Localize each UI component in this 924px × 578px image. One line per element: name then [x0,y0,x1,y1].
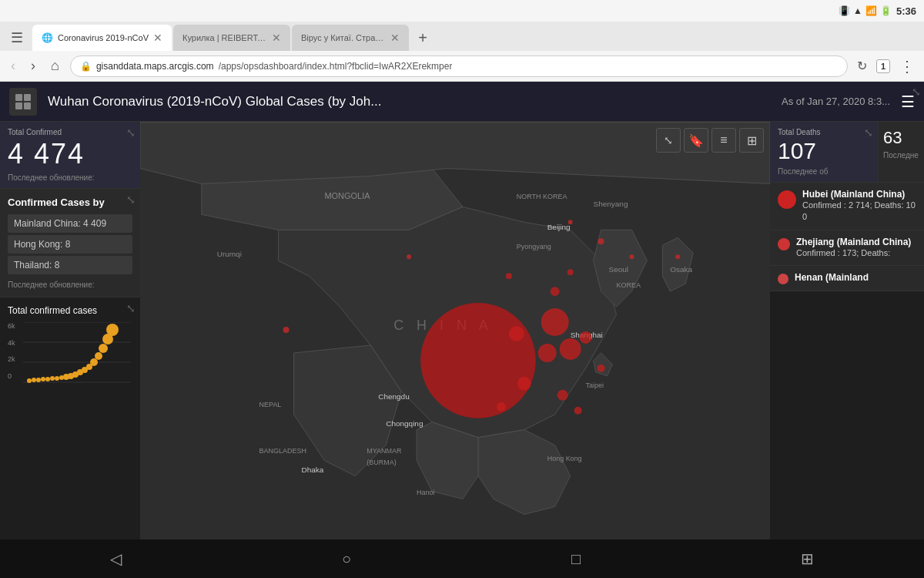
svg-point-11 [41,377,45,381]
total-deaths-sub: Последнее об [778,167,870,176]
y-label-2k: 2k [8,355,15,363]
tab-favicon: 🌐 [42,32,53,43]
svg-point-13 [50,376,55,381]
svg-text:NEPAL: NEPAL [259,401,282,408]
add-tab-button[interactable]: + [410,25,435,51]
svg-text:BANGLADESH: BANGLADESH [259,447,306,455]
deaths-expand-icon[interactable]: ⤡ [864,126,873,139]
svg-text:Osaka: Osaka [670,265,692,274]
main-content: Total Confirmed 4 474 Последнее обновлен… [0,122,924,539]
zhejiang-info: Zhejiang (Mainland China) Confirmed : 17… [796,237,911,259]
deaths-widget2: 63 Последне [878,122,924,182]
signal-icon: 📶 [865,5,877,16]
chart-svg [23,322,131,384]
svg-text:Chengdu: Chengdu [378,392,409,401]
case-row-mainland: Mainland China: 4 409 [8,214,132,233]
status-time: 5:36 [896,5,916,17]
svg-point-61 [567,269,574,275]
location-list: Hubei (Mainland China) Confirmed : 2 714… [770,183,924,539]
svg-point-49 [420,303,536,418]
address-field[interactable]: 🔒 gisanddata.maps.arcgis.com /apps/opsda… [70,55,848,77]
chart-expand-icon[interactable]: ⤡ [126,302,136,314]
svg-point-50 [541,308,569,336]
address-domain: gisanddata.maps.arcgis.com [96,61,214,72]
svg-point-55 [517,377,531,391]
assist-nav-button[interactable]: ⊞ [801,549,814,568]
svg-text:Chongqing: Chongqing [386,419,423,428]
svg-text:Urumqi: Urumqi [217,250,242,258]
app-logo [9,88,37,116]
svg-point-63 [283,327,290,333]
chart-title: Total confirmed cases [8,305,132,316]
list-button[interactable]: ≡ [711,128,736,153]
grid-button[interactable]: ⊞ [739,128,764,153]
status-bar: 📳 ▲ 📶 🔋 5:36 [0,0,924,22]
browser-menu-button[interactable]: ☰ [3,25,31,51]
confirmed-by-expand-icon[interactable]: ⤡ [126,193,136,206]
svg-point-54 [580,331,592,344]
svg-point-65 [598,238,604,244]
confirmed-by-title: Confirmed Cases by [8,197,132,208]
y-label-4k: 4k [8,339,15,347]
tab-inactive-2[interactable]: Вірус у Китаї. Страница 8 ✕ [292,25,409,51]
reload-button[interactable]: ↻ [854,55,870,76]
chart-widget: Total confirmed cases 6k 4k 2k 0 [0,297,140,539]
back-nav-button[interactable]: ◁ [110,549,122,568]
browser-more-button[interactable]: ⋮ [896,54,918,79]
vibrate-icon: 📳 [839,5,850,16]
tab-close-2[interactable]: ✕ [390,32,400,44]
map-controls: 🔖 ≡ ⊞ [684,128,764,153]
henan-info: Henan (Mainland [795,272,869,283]
status-icons: 📳 ▲ 📶 🔋 [839,5,892,16]
home-button[interactable]: ⌂ [46,55,64,77]
svg-point-12 [45,377,50,381]
lock-icon: 🔒 [80,61,92,72]
total-deaths-value: 107 [778,138,870,164]
chart-area: 6k 4k 2k 0 [8,322,132,384]
back-button[interactable]: ‹ [6,55,20,77]
right-panel: Total Deaths 107 Последнее об ⤡ 63 После… [770,122,924,539]
svg-point-66 [629,254,634,259]
world-map-svg: MONGOLIA Urumqi NORTH KOREA Pyongyang Be… [140,122,770,539]
svg-text:MYANMAR: MYANMAR [367,447,402,455]
tab-count-badge[interactable]: 1 [876,59,890,73]
svg-point-60 [551,287,560,296]
y-label-6k: 6k [8,322,15,330]
location-list-expand-icon[interactable]: ⤡ [912,85,921,99]
forward-button[interactable]: › [26,55,40,77]
svg-point-53 [509,326,524,341]
svg-point-64 [568,220,573,224]
total-deaths-label: Total Deaths [778,128,870,136]
hubei-detail: Confirmed : 2 714; Deaths: 10 0 [802,200,916,223]
expand-icon[interactable]: ⤡ [126,126,136,139]
svg-point-24 [99,344,108,353]
case-row-thailand: Thailand: 8 [8,256,132,274]
zhejiang-name: Zhejiang (Mainland China) [796,237,911,247]
hamburger-icon: ☰ [11,29,23,46]
confirmed-by-sub: Последнее обновление: [8,281,132,289]
expand-map-button[interactable]: ⤡ [656,128,681,153]
svg-text:(BURMA): (BURMA) [367,459,396,466]
tab-close-1[interactable]: ✕ [272,32,281,44]
svg-rect-3 [24,102,31,109]
hubei-dot [778,190,796,209]
tab-inactive-1[interactable]: Курилка | REIBERT.info ✕ [173,25,290,51]
left-panel: Total Confirmed 4 474 Последнее обновлен… [0,122,140,539]
recent-nav-button[interactable]: □ [571,550,581,568]
svg-point-52 [538,344,557,362]
svg-text:NORTH KOREA: NORTH KOREA [517,193,567,200]
tab-title-active: Coronavirus 2019-nCoV [58,33,149,42]
confirmed-cases-by-widget: Confirmed Cases by Mainland China: 4 409… [0,189,140,297]
svg-point-9 [32,378,36,382]
map-area[interactable]: MONGOLIA Urumqi NORTH KOREA Pyongyang Be… [140,122,770,539]
home-nav-button[interactable]: ○ [342,550,351,568]
case-row-hongkong: Hong Kong: 8 [8,235,132,254]
tab-bar: ☰ 🌐 Coronavirus 2019-nCoV ✕ Курилка | RE… [0,22,924,51]
svg-text:Hanoi: Hanoi [417,489,434,496]
svg-point-51 [560,338,581,360]
bookmark-button[interactable]: 🔖 [684,128,708,153]
tab-active[interactable]: 🌐 Coronavirus 2019-nCoV ✕ [32,25,172,51]
total-confirmed-sub: Последнее обновление: [8,173,132,182]
tab-close-active[interactable]: ✕ [153,32,162,44]
chart-y-labels: 6k 4k 2k 0 [8,322,15,380]
